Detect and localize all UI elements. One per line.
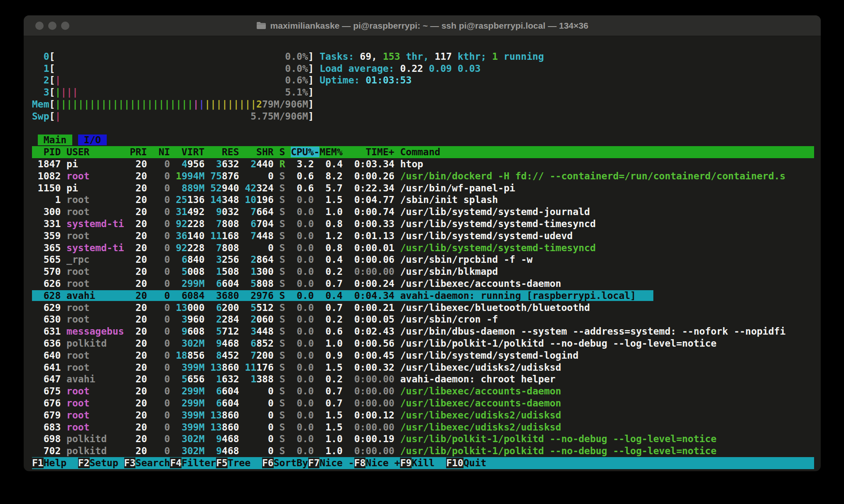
text-segment bbox=[170, 398, 176, 409]
text-segment bbox=[395, 386, 400, 396]
minimize-button[interactable] bbox=[48, 22, 56, 30]
memory-meter-label: Mem bbox=[32, 99, 49, 110]
process-row-698[interactable]: 698 polkitd 20 0 302M 9468 0 S 0.0 1.0 0… bbox=[32, 433, 814, 445]
process-row-565[interactable]: 565 _rpc 20 0 6840 3256 2864 S 0.0 0.4 0… bbox=[32, 254, 814, 266]
cell-res: 876 bbox=[222, 171, 239, 181]
process-row-647[interactable]: 647 avahi 20 0 5656 1632 1388 S 0.0 0.2 … bbox=[32, 373, 814, 385]
cell-mem: 1.0 bbox=[320, 206, 343, 217]
fkey-F9[interactable]: F9 bbox=[400, 458, 412, 468]
cell-pid: 570 bbox=[32, 266, 61, 277]
meter-close-bracket: ] bbox=[308, 99, 314, 110]
process-row-628[interactable]: 628 avahi 20 0 6084 3680 2976 S 0.0 0.4 … bbox=[32, 290, 814, 302]
cell-res: 13 bbox=[210, 422, 222, 433]
process-row-1[interactable]: 1 root 20 0 25136 14348 10196 S 0.0 1.5 … bbox=[32, 194, 814, 206]
process-row-1847[interactable]: 1847 pi 20 0 4956 3632 2440 R 3.2 0.4 0:… bbox=[32, 158, 814, 170]
process-row-359[interactable]: 359 root 20 0 36140 11168 7448 S 0.0 1.2… bbox=[32, 230, 814, 242]
cell-pri: 20 bbox=[130, 194, 147, 205]
cell-pid: 647 bbox=[32, 374, 61, 384]
process-row-331[interactable]: 331 systemd-ti 20 0 92228 7808 6704 S 0.… bbox=[32, 218, 814, 230]
text-segment bbox=[205, 302, 211, 313]
fkey-F5[interactable]: F5 bbox=[216, 458, 228, 468]
process-row-679[interactable]: 679 root 20 0 399M 13860 0 S 0.0 1.5 0:0… bbox=[32, 409, 814, 421]
cell-state: S bbox=[280, 254, 285, 265]
cell-res: 712 bbox=[222, 326, 239, 337]
table-header[interactable]: PID USER PRI NI VIRT RES SHR S CPU%-MEM%… bbox=[32, 146, 814, 158]
process-row-300[interactable]: 300 root 20 0 31492 9032 7664 S 0.0 1.0 … bbox=[32, 206, 814, 218]
fkey-F6[interactable]: F6 bbox=[262, 458, 274, 468]
cell-command: /usr/libexec/udisks2/udisksd bbox=[400, 362, 561, 373]
cell-shr bbox=[245, 230, 250, 241]
process-row-636[interactable]: 636 polkitd 20 0 302M 9468 6852 S 0.0 1.… bbox=[32, 338, 814, 350]
tab-main[interactable]: Main bbox=[38, 135, 72, 145]
process-row-365[interactable]: 365 systemd-ti 20 0 92228 7808 0 S 0.0 0… bbox=[32, 242, 814, 254]
cell-ni: 0 bbox=[153, 183, 170, 193]
fkey-label-f9[interactable]: Kill bbox=[412, 458, 446, 468]
text-segment bbox=[205, 242, 211, 253]
cell-virt bbox=[176, 338, 182, 349]
cell-cpu: 3.2 bbox=[291, 159, 314, 169]
process-row-675[interactable]: 675 root 20 0 299M 6604 0 S 0.0 0.7 0:00… bbox=[32, 385, 814, 397]
fkey-F1[interactable]: F1 bbox=[32, 458, 44, 468]
column-headers[interactable]: PID USER PRI NI VIRT RES SHR S bbox=[32, 147, 291, 157]
fkey-F8[interactable]: F8 bbox=[354, 458, 366, 468]
cell-res bbox=[210, 266, 216, 277]
text-segment bbox=[124, 194, 130, 205]
cell-state: R bbox=[280, 159, 285, 169]
text-segment bbox=[285, 374, 291, 384]
cell-res: 808 bbox=[222, 218, 239, 229]
text-segment bbox=[239, 171, 245, 181]
fkey-label-f8[interactable]: Nice + bbox=[366, 458, 400, 468]
text-segment bbox=[285, 410, 291, 421]
fkey-label-f10[interactable]: Quit bbox=[464, 458, 498, 468]
close-button[interactable] bbox=[35, 22, 44, 30]
cell-ni: 0 bbox=[153, 159, 170, 169]
process-row-570[interactable]: 570 root 20 0 5008 1508 1300 S 0.0 0.2 0… bbox=[32, 266, 814, 278]
cell-cpu: 0.0 bbox=[291, 398, 314, 409]
process-row-683[interactable]: 683 root 20 0 399M 13860 0 S 0.0 1.5 0:0… bbox=[32, 421, 814, 433]
fkey-label-f5[interactable]: Tree bbox=[228, 458, 262, 468]
process-row-1082[interactable]: 1082 root 20 0 1994M 75876 0 S 0.6 8.2 0… bbox=[32, 170, 814, 182]
fkey-label-f6[interactable]: SortBy bbox=[274, 458, 308, 468]
process-row-1150[interactable]: 1150 pi 20 0 889M 52940 42324 S 0.6 5.7 … bbox=[32, 182, 814, 194]
fkey-F7[interactable]: F7 bbox=[308, 458, 320, 468]
text-segment bbox=[343, 242, 348, 253]
process-row-629[interactable]: 629 root 20 0 13000 6200 5512 S 0.0 0.7 … bbox=[32, 302, 814, 314]
cell-mem: 0.4 bbox=[320, 254, 343, 265]
fkey-F2[interactable]: F2 bbox=[78, 458, 90, 468]
fkey-label-f1[interactable]: Help bbox=[44, 458, 78, 468]
cell-shr: 7 bbox=[250, 350, 256, 361]
fkey-F4[interactable]: F4 bbox=[170, 458, 182, 468]
fkey-label-f4[interactable]: Filter bbox=[182, 458, 216, 468]
process-row-676[interactable]: 676 root 20 0 299M 6604 0 S 0.0 0.7 0:00… bbox=[32, 397, 814, 409]
process-row-702[interactable]: 702 polkitd 20 0 302M 9468 0 S 0.0 1.0 0… bbox=[32, 445, 814, 457]
meter-value: 5.1% bbox=[285, 87, 308, 98]
zoom-button[interactable] bbox=[61, 22, 69, 30]
fkey-label-f7[interactable]: Nice - bbox=[319, 458, 354, 468]
column-headers[interactable]: MEM% TIME+ Command bbox=[319, 147, 440, 157]
cell-shr: 512 bbox=[256, 302, 274, 313]
process-row-631[interactable]: 631 messagebus 20 0 9608 5712 3448 S 0.0… bbox=[32, 325, 814, 338]
cell-res: 14 bbox=[210, 194, 222, 205]
text-segment bbox=[395, 206, 400, 217]
cell-shr: 852 bbox=[256, 338, 274, 349]
text-segment bbox=[274, 290, 280, 301]
cell-ni: 0 bbox=[153, 422, 170, 433]
column-header-cpu-sort[interactable]: CPU%- bbox=[291, 147, 319, 157]
fkey-F3[interactable]: F3 bbox=[124, 458, 136, 468]
window-titlebar[interactable]: maximiliankaske — pi@raspberrypi: ~ — ss… bbox=[24, 15, 821, 36]
fkey-F10[interactable]: F10 bbox=[446, 458, 464, 468]
fkey-label-f3[interactable]: Search bbox=[135, 458, 170, 468]
process-row-626[interactable]: 626 root 20 0 299M 6604 5808 S 0.0 0.7 0… bbox=[32, 278, 814, 290]
cell-shr bbox=[245, 302, 251, 313]
tasks-text: kthr; bbox=[452, 51, 492, 62]
fkey-label-f2[interactable]: Setup bbox=[90, 458, 124, 468]
text-segment bbox=[274, 433, 280, 444]
process-row-630[interactable]: 630 root 20 0 3960 2284 2060 S 0.0 0.2 0… bbox=[32, 313, 814, 325]
tab-io[interactable]: I/O bbox=[78, 135, 107, 145]
process-row-641[interactable]: 641 root 20 0 399M 13860 11176 S 0.0 1.5… bbox=[32, 362, 814, 374]
process-row-640[interactable]: 640 root 20 0 18856 8452 7200 S 0.0 0.9 … bbox=[32, 350, 814, 362]
text-segment bbox=[395, 445, 400, 456]
text-segment bbox=[170, 433, 176, 444]
text-segment bbox=[343, 254, 348, 265]
terminal-blank-line bbox=[32, 39, 814, 51]
